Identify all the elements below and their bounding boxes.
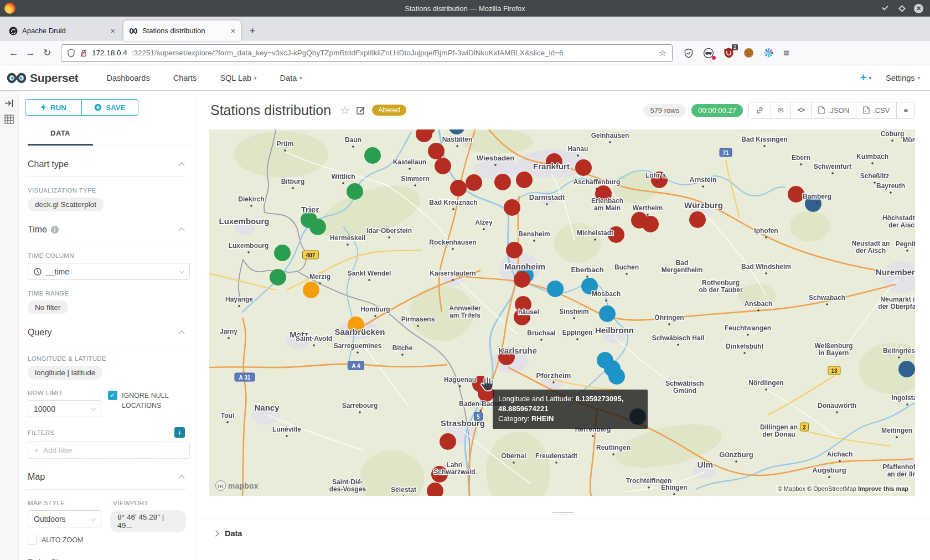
scatter-point[interactable] (642, 216, 659, 232)
scatter-point[interactable] (274, 245, 291, 261)
account-shield-icon[interactable] (683, 47, 695, 59)
add-filter-plus-button[interactable]: + (174, 427, 185, 438)
deckgl-map[interactable]: 71407A 4A 315132 PrümDaunNastättenGelnha… (209, 129, 915, 496)
run-button[interactable]: RUN (25, 100, 82, 115)
url-bar[interactable]: 172.18.0.4:32251/superset/explore/?form_… (61, 44, 673, 62)
scatter-point[interactable] (440, 433, 456, 450)
window-maximize-icon[interactable] (897, 4, 906, 13)
chevron-up-icon[interactable] (178, 330, 184, 336)
left-icon-rail (0, 91, 19, 560)
favorite-star-icon[interactable]: ☆ (340, 103, 350, 117)
chart-menu-button[interactable]: ≡ (897, 102, 914, 118)
scatter-point[interactable] (428, 143, 445, 159)
resize-drag-handle[interactable] (552, 510, 574, 517)
new-chart-button[interactable]: +▾ (860, 71, 871, 84)
add-filter-box[interactable]: +Add filter (28, 442, 190, 459)
scatter-point[interactable] (435, 158, 451, 174)
viz-type-value[interactable]: deck.gl Scatterplot (28, 198, 104, 211)
improve-map-link[interactable]: Improve this map (858, 485, 908, 492)
scatter-point[interactable] (466, 174, 482, 191)
scatter-point[interactable] (516, 172, 533, 188)
dataset-grid-icon[interactable] (4, 115, 14, 124)
data-results-panel[interactable]: Data (195, 520, 930, 538)
row-limit-select[interactable]: 10000 (28, 400, 101, 417)
email-button[interactable]: ✉ (771, 102, 791, 118)
svg-text:Würzburg: Würzburg (684, 200, 723, 210)
tab-close-icon[interactable]: × (111, 27, 115, 35)
link-icon (756, 106, 764, 115)
pinwheel-extension-icon[interactable] (762, 47, 774, 59)
tab-close-icon[interactable]: × (231, 27, 235, 35)
auto-zoom-checkbox[interactable]: AUTO ZOOM (28, 535, 110, 545)
scatter-point[interactable] (599, 305, 616, 322)
scatter-point[interactable] (347, 183, 363, 200)
mapbox-logo[interactable]: m mapbox (215, 480, 259, 491)
reload-icon[interactable]: ↻ (39, 45, 55, 61)
forward-icon[interactable]: → (22, 45, 39, 61)
time-column-select[interactable]: __time (28, 263, 190, 280)
viewport-value[interactable]: 8° 46' 45.28" | 49... (110, 510, 186, 532)
svg-text:Dillingen an: Dillingen an (760, 423, 798, 431)
scatter-point[interactable] (270, 269, 286, 286)
svg-text:Trier: Trier (301, 205, 319, 214)
tab-data[interactable]: DATA (28, 129, 93, 146)
svg-text:Homburg: Homburg (360, 305, 390, 313)
scatter-point[interactable] (788, 186, 804, 203)
scatter-point[interactable] (504, 199, 520, 216)
ublock-shield-icon[interactable]: 2 (722, 47, 735, 59)
scatter-point[interactable] (494, 174, 511, 190)
map-style-select[interactable]: Outdoors (28, 510, 101, 527)
chevron-up-icon[interactable] (178, 162, 184, 168)
chevron-up-icon[interactable] (178, 475, 184, 481)
svg-text:Neumarkt in: Neumarkt in (880, 295, 915, 303)
tracking-shield-icon[interactable] (67, 49, 75, 58)
window-close-icon[interactable]: ✕ (914, 4, 923, 13)
window-minimize-icon[interactable] (881, 4, 890, 13)
scatter-point[interactable] (514, 271, 530, 288)
row-limit-label: ROW LIMIT (28, 390, 108, 396)
new-tab-button[interactable]: + (244, 23, 261, 39)
time-range-value[interactable]: No filter (28, 300, 68, 314)
envelope-icon: ✉ (778, 106, 784, 115)
scatter-point[interactable] (898, 361, 915, 377)
tab-apache-druid[interactable]: Apache Druid × (3, 20, 121, 41)
ignore-null-checkbox[interactable]: ✓ IGNORE NULL LOCATIONS (108, 391, 180, 417)
embed-code-button[interactable]: <> (791, 102, 812, 118)
scatter-point[interactable] (303, 282, 319, 298)
plus-circle-icon (94, 103, 102, 111)
privacy-mask-icon[interactable] (702, 47, 715, 59)
scatter-point[interactable] (506, 242, 523, 258)
tab-stations-distribution[interactable]: Stations distribution × (123, 20, 241, 41)
copy-link-button[interactable] (749, 102, 771, 118)
nav-data[interactable]: Data▾ (280, 74, 302, 82)
chevron-up-icon[interactable] (178, 227, 184, 234)
superset-logo[interactable]: Superset (7, 71, 78, 85)
scatter-point[interactable] (608, 368, 625, 385)
scatter-point[interactable] (450, 180, 467, 196)
firefox-icon (4, 3, 16, 14)
chevron-down-icon: ▾ (299, 75, 302, 81)
scatter-point[interactable] (364, 147, 381, 164)
svg-text:Schwarzwald: Schwarzwald (433, 468, 475, 476)
scatter-point[interactable] (309, 219, 326, 235)
hamburger-menu-icon[interactable]: ≡ (783, 47, 789, 59)
scatter-point[interactable] (547, 281, 564, 297)
edit-properties-icon[interactable] (356, 106, 365, 115)
bookmark-star-icon[interactable]: ☆ (659, 48, 666, 58)
expand-panel-icon[interactable] (4, 98, 14, 108)
back-icon[interactable]: ← (6, 45, 22, 61)
settings-menu[interactable]: Settings▾ (886, 74, 920, 82)
save-button[interactable]: SAVE (82, 100, 138, 115)
svg-text:Eppingen: Eppingen (562, 329, 593, 336)
export-csv-button[interactable]: x .CSV (856, 102, 897, 118)
nav-sql-lab[interactable]: SQL Lab▾ (220, 74, 256, 82)
nav-charts[interactable]: Charts (173, 74, 197, 82)
nav-dashboards[interactable]: Dashboards (106, 74, 149, 82)
scatter-point[interactable] (575, 159, 592, 176)
cookie-icon[interactable] (742, 47, 755, 59)
scatter-point[interactable] (689, 211, 706, 228)
export-json-button[interactable]: .JSON (812, 102, 856, 118)
clock-icon (34, 268, 42, 276)
insecure-lock-icon[interactable] (80, 49, 87, 58)
lonlat-value[interactable]: longitude | latitude (28, 366, 102, 380)
